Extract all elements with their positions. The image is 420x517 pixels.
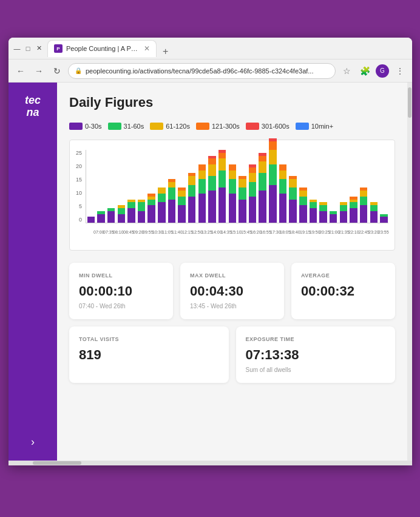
- bar-segment: [168, 200, 176, 223]
- y-axis-label: 20: [76, 163, 82, 169]
- card-label: EXPOSURE TIME: [246, 336, 386, 342]
- bar-segment: [289, 200, 297, 223]
- legend-label: 121-300s: [212, 123, 240, 130]
- lock-icon: 🔒: [75, 67, 82, 74]
- metric-card: MIN DWELL 00:00:10 07:40 - Wed 26th: [69, 263, 173, 319]
- bar-group: [298, 150, 308, 223]
- desktop: — □ ✕ P People Counting | A Pylon One...…: [0, 0, 420, 517]
- chart-legend: 0-30s31-60s61-120s121-300s301-600s10min+: [69, 123, 395, 130]
- bar-segment: [239, 188, 246, 199]
- profile-button[interactable]: G: [376, 64, 389, 78]
- metric-cards-row2: TOTAL VISITS 819 EXPOSURE TIME 07:13:38 …: [69, 326, 395, 383]
- scrollbar[interactable]: [407, 83, 412, 461]
- bar-segment: [218, 188, 226, 223]
- logo-text: tec na: [25, 95, 41, 119]
- bar-segment: [370, 205, 378, 211]
- bar-group: [86, 150, 96, 223]
- chart-y-axis: 2520151050: [76, 150, 86, 223]
- window-controls: — □ ✕: [13, 45, 42, 52]
- minimize-button[interactable]: —: [13, 45, 21, 52]
- forward-button[interactable]: →: [32, 64, 46, 78]
- horizontal-scrollbar-thumb[interactable]: [33, 461, 81, 465]
- bookmark-button[interactable]: ☆: [339, 64, 354, 78]
- bar-segment: [279, 164, 287, 171]
- address-text: peoplecounting.io/activations/tecna/99cd…: [86, 67, 329, 75]
- bar-group: [117, 150, 126, 223]
- bar-segment: [289, 179, 297, 188]
- bar-segment: [319, 211, 327, 223]
- page-content: tec na › Daily Figures 0-30s31-60s61-120…: [8, 83, 412, 461]
- bar-segment: [259, 191, 266, 223]
- card-label: MAX DWELL: [190, 272, 274, 279]
- bar-segment: [360, 205, 368, 223]
- bar-segment: [279, 194, 287, 223]
- legend-color-swatch: [108, 123, 121, 130]
- bar-segment: [259, 173, 266, 191]
- card-sub: 13:45 - Wed 26th: [190, 303, 274, 309]
- active-tab[interactable]: P People Counting | A Pylon One... ✕: [47, 40, 157, 57]
- bar-segment: [147, 205, 155, 223]
- legend-color-swatch: [150, 123, 163, 130]
- address-bar-row: ← → ↻ 🔒 peoplecounting.io/activations/te…: [8, 59, 412, 83]
- sidebar-expand-button[interactable]: ›: [31, 436, 35, 448]
- chart-x-labels: 07:0007:3508:1008:4509:2009:5510:3011:05…: [94, 226, 388, 244]
- card-value: 07:13:38: [246, 347, 386, 363]
- legend-label: 0-30s: [85, 123, 102, 130]
- bar-segment: [350, 202, 357, 208]
- bar-segment: [360, 191, 368, 197]
- bar-segment: [198, 171, 206, 179]
- card-sub: Sum of all dwells: [246, 367, 386, 373]
- horizontal-scrollbar[interactable]: [8, 461, 412, 465]
- bar-group: [339, 150, 348, 223]
- metric-cards-row1: MIN DWELL 00:00:10 07:40 - Wed 26th MAX …: [69, 263, 395, 319]
- menu-button[interactable]: ⋮: [393, 64, 407, 78]
- bar-segment: [138, 202, 146, 211]
- refresh-button[interactable]: ↻: [50, 64, 64, 78]
- bar-group: [208, 150, 217, 223]
- y-axis-label: 10: [76, 190, 82, 196]
- bar-group: [97, 150, 106, 223]
- bar-group: [167, 150, 177, 223]
- bar-segment: [127, 202, 135, 208]
- extensions-button[interactable]: 🧩: [357, 64, 372, 78]
- tab-close-button[interactable]: ✕: [144, 44, 150, 53]
- bar-segment: [249, 173, 257, 181]
- bar-segment: [218, 153, 226, 159]
- bar-segment: [208, 164, 216, 176]
- bar-segment: [127, 208, 135, 223]
- tabs-bar: P People Counting | A Pylon One... ✕ +: [47, 40, 407, 57]
- metric-card: AVERAGE 00:00:32: [291, 263, 395, 319]
- legend-label: 61-120s: [166, 123, 190, 130]
- legend-label: 301-600s: [262, 123, 290, 130]
- new-tab-button[interactable]: +: [159, 46, 172, 57]
- scrollbar-thumb[interactable]: [408, 87, 412, 118]
- bar-segment: [269, 164, 277, 185]
- bar-segment: [259, 161, 266, 173]
- bar-segment: [229, 171, 237, 179]
- bar-group: [217, 150, 227, 223]
- bar-segment: [208, 158, 216, 164]
- back-button[interactable]: ←: [13, 64, 28, 78]
- bar-segment: [340, 205, 348, 211]
- card-label: AVERAGE: [301, 272, 385, 279]
- bar-segment: [188, 197, 196, 223]
- card-value: 819: [79, 347, 219, 363]
- bar-segment: [299, 205, 307, 223]
- maximize-button[interactable]: □: [24, 45, 32, 52]
- close-button[interactable]: ✕: [35, 45, 42, 52]
- legend-item: 0-30s: [69, 123, 102, 130]
- bar-segment: [299, 191, 307, 197]
- bar-group: [288, 150, 298, 223]
- legend-color-swatch: [246, 123, 259, 130]
- bar-segment: [319, 205, 327, 211]
- metric-card: TOTAL VISITS 819: [69, 326, 229, 383]
- bar-segment: [158, 202, 166, 223]
- bar-segment: [208, 176, 216, 191]
- bar-group: [106, 150, 116, 223]
- bar-group: [157, 150, 167, 223]
- bar-segment: [310, 208, 317, 223]
- bar-segment: [198, 194, 206, 223]
- title-bar: — □ ✕ P People Counting | A Pylon One...…: [8, 38, 412, 59]
- bar-segment: [249, 197, 257, 223]
- address-bar[interactable]: 🔒 peoplecounting.io/activations/tecna/99…: [68, 63, 336, 79]
